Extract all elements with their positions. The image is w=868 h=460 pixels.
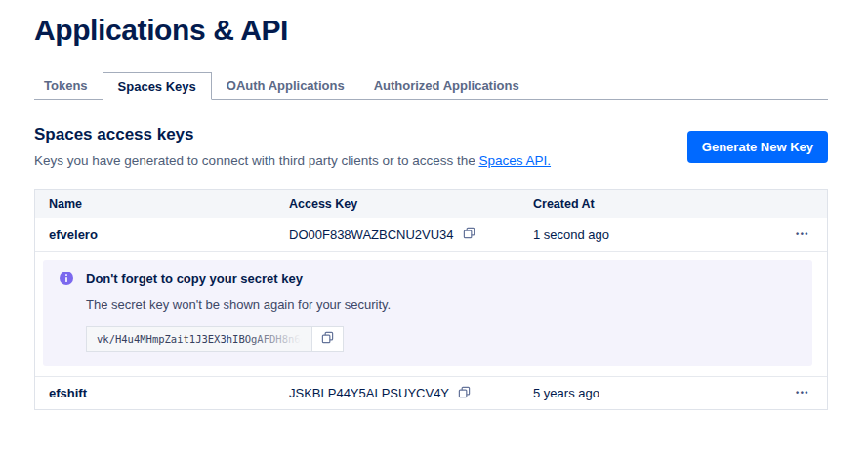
access-key-value: DO00F838WAZBCNU2VU34 [289, 228, 454, 242]
tab-tokens[interactable]: Tokens [34, 71, 103, 99]
spaces-api-link[interactable]: Spaces API. [479, 153, 552, 168]
row-menu-button[interactable]: ••• [794, 227, 811, 243]
column-header-name: Name [35, 197, 289, 211]
copy-access-key-button[interactable] [463, 227, 475, 242]
row-menu-button[interactable]: ••• [794, 385, 811, 401]
secret-key-group: vk/H4u4MHmpZait1J3EX3hIBOgAFDH8n6gTv3H [86, 326, 344, 352]
section-description-text: Keys you have generated to connect with … [34, 153, 479, 168]
ellipsis-icon: ••• [796, 230, 809, 239]
tab-oauth-applications[interactable]: OAuth Applications [212, 71, 359, 99]
table-row: efvelero DO00F838WAZBCNU2VU34 1 second a… [35, 218, 827, 251]
secret-key-notice: Don't forget to copy your secret key The… [43, 260, 812, 366]
key-name: efshift [35, 386, 289, 400]
access-key-cell: JSKBLP44Y5ALPSUYCV4Y [289, 386, 533, 401]
row-actions: ••• [776, 385, 827, 401]
section-heading: Spaces access keys [34, 125, 551, 145]
table-row: efshift JSKBLP44Y5ALPSUYCV4Y 5 years ago… [35, 376, 827, 409]
secret-key-value: vk/H4u4MHmpZait1J3EX3hIBOgAFDH8n6gTv3H [97, 333, 312, 345]
copy-access-key-button[interactable] [458, 386, 471, 401]
page-title: Applications & API [34, 14, 828, 47]
spaces-keys-table: Name Access Key Created At efvelero DO00… [34, 189, 828, 410]
access-key-cell: DO00F838WAZBCNU2VU34 [289, 227, 533, 242]
key-name: efvelero [35, 228, 289, 242]
created-at-value: 1 second ago [533, 228, 776, 242]
tab-spaces-keys[interactable]: Spaces Keys [103, 72, 212, 100]
column-header-created-at: Created At [533, 197, 776, 211]
generate-new-key-button[interactable]: Generate New Key [687, 131, 828, 163]
secret-key-notice-cell: Don't forget to copy your secret key The… [35, 251, 827, 376]
notice-description: The secret key won't be shown again for … [86, 297, 796, 312]
copy-secret-key-button[interactable] [311, 326, 344, 352]
tab-authorized-applications[interactable]: Authorized Applications [359, 71, 534, 99]
section-header: Spaces access keys Keys you have generat… [34, 125, 828, 168]
ellipsis-icon: ••• [796, 388, 809, 397]
table-header-row: Name Access Key Created At [35, 190, 827, 218]
created-at-value: 5 years ago [533, 386, 776, 400]
secret-key-field[interactable]: vk/H4u4MHmpZait1J3EX3hIBOgAFDH8n6gTv3H [86, 326, 312, 352]
info-icon [60, 272, 73, 289]
section-description: Keys you have generated to connect with … [34, 153, 551, 168]
copy-icon [321, 331, 334, 347]
section-header-text: Spaces access keys Keys you have generat… [34, 125, 551, 168]
page-container: Applications & API Tokens Spaces Keys OA… [0, 0, 868, 410]
access-key-value: JSKBLP44Y5ALPSUYCV4Y [289, 386, 449, 400]
copy-icon [458, 386, 471, 401]
notice-title: Don't forget to copy your secret key [86, 272, 303, 286]
notice-title-row: Don't forget to copy your secret key [60, 272, 796, 289]
copy-icon [463, 227, 475, 242]
row-actions: ••• [776, 227, 827, 243]
column-header-access-key: Access Key [289, 197, 533, 211]
tab-bar: Tokens Spaces Keys OAuth Applications Au… [34, 71, 828, 100]
